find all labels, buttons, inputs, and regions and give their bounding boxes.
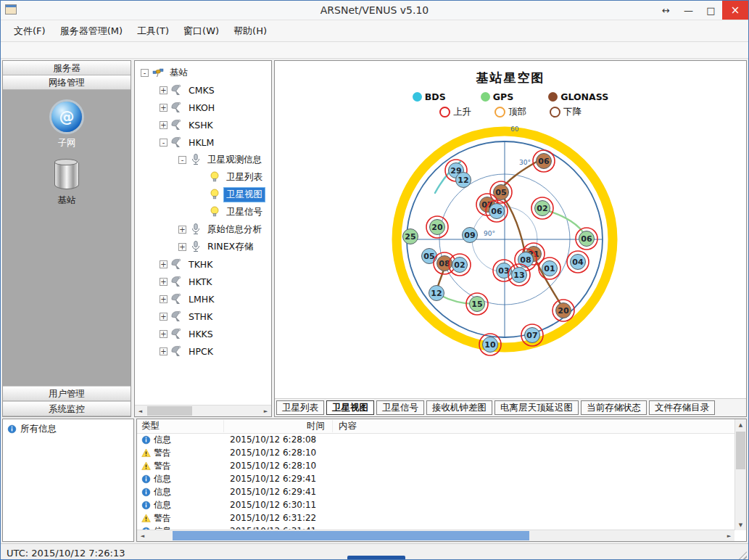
satellite-07-23[interactable]: 07 bbox=[521, 324, 543, 346]
scroll-up-arrow-icon[interactable]: ▲ bbox=[735, 419, 746, 430]
expand-plus-icon[interactable]: + bbox=[160, 104, 167, 112]
menu-item-server-mgmt[interactable]: 服务器管理(M) bbox=[53, 22, 130, 41]
tab-storage-status[interactable]: 当前存储状态 bbox=[581, 400, 647, 415]
expand-minus-icon[interactable]: - bbox=[160, 139, 167, 147]
window-minimize-button[interactable]: — bbox=[677, 1, 700, 20]
nav-section-servers[interactable]: 服务器 bbox=[3, 61, 131, 75]
tree-item-hklm[interactable]: -HKLM bbox=[136, 133, 270, 151]
log-column-content[interactable]: 内容 bbox=[333, 420, 734, 432]
window-arrange-button[interactable]: ↔ bbox=[655, 1, 677, 20]
tree-hscrollbar[interactable]: ◄ ► bbox=[135, 405, 271, 416]
expand-plus-icon[interactable]: + bbox=[160, 295, 167, 303]
satellite-13-19[interactable]: 13 bbox=[508, 264, 530, 286]
log-vscroll-track[interactable] bbox=[735, 430, 746, 519]
log-hscroll-thumb[interactable] bbox=[173, 531, 529, 540]
resize-grip[interactable] bbox=[737, 551, 747, 560]
nav-item-subnet[interactable]: @ 子网 bbox=[3, 97, 131, 154]
expander-spacer bbox=[197, 173, 205, 181]
title-bar[interactable]: ARSNet/VENUS v5.10 ↔—□× bbox=[1, 1, 748, 20]
tree-item-rinex[interactable]: +RINEX存储 bbox=[136, 238, 270, 255]
satellite-05-11[interactable]: 05 bbox=[422, 249, 437, 264]
tree-item-root[interactable]: -基站 bbox=[136, 64, 270, 81]
satellite-03-18[interactable]: 03 bbox=[493, 260, 515, 281]
log-column-type[interactable]: 类型 bbox=[137, 420, 224, 432]
tab-sat-view[interactable]: 卫星视图 bbox=[326, 400, 374, 415]
tab-receiver-clock[interactable]: 接收机钟差图 bbox=[426, 400, 492, 415]
log-hscroll-track[interactable] bbox=[148, 530, 724, 541]
satellite-01-17[interactable]: 01 bbox=[539, 258, 560, 279]
expand-plus-icon[interactable]: + bbox=[160, 260, 167, 268]
expander-spacer bbox=[197, 191, 205, 199]
tree-hscroll-track[interactable] bbox=[146, 405, 260, 416]
expand-plus-icon[interactable]: + bbox=[160, 121, 167, 129]
scroll-right-arrow-icon[interactable]: ► bbox=[260, 405, 271, 416]
nav-section-network[interactable]: 网络管理 bbox=[3, 75, 131, 90]
menu-item-tools[interactable]: 工具(T) bbox=[130, 22, 176, 41]
scroll-down-arrow-icon[interactable]: ▼ bbox=[735, 519, 746, 530]
expand-minus-icon[interactable]: - bbox=[178, 156, 186, 164]
nav-section-users[interactable]: 用户管理 bbox=[3, 386, 131, 401]
expand-plus-icon[interactable]: + bbox=[160, 330, 167, 338]
tree-item-obs-info[interactable]: -卫星观测信息 bbox=[136, 151, 270, 168]
satellite-06-10[interactable]: 06 bbox=[576, 228, 597, 250]
window-close-button[interactable]: × bbox=[722, 1, 748, 20]
tab-sat-list[interactable]: 卫星列表 bbox=[276, 400, 324, 415]
satellite-04-16[interactable]: 04 bbox=[567, 251, 589, 273]
scroll-left-arrow-icon[interactable]: ◄ bbox=[135, 405, 146, 416]
expand-plus-icon[interactable]: + bbox=[160, 347, 167, 355]
dish-icon bbox=[170, 101, 183, 114]
expand-plus-icon[interactable]: + bbox=[178, 226, 186, 234]
tree-item-raw-analysis[interactable]: +原始信息分析 bbox=[136, 221, 270, 238]
tree-item-kshk[interactable]: +KSHK bbox=[136, 116, 270, 133]
expand-minus-icon[interactable]: - bbox=[141, 69, 149, 77]
tree-hscroll-thumb[interactable] bbox=[147, 406, 192, 416]
log-time-cell: 2015/10/12 6:28:10 bbox=[224, 461, 333, 471]
satellite-20-22[interactable]: 20 bbox=[553, 300, 574, 321]
satellite-02-6[interactable]: 02 bbox=[531, 197, 553, 219]
menu-item-file[interactable]: 文件(F) bbox=[7, 22, 53, 41]
tab-iono-zenith-delay[interactable]: 电离层天顶延迟图 bbox=[494, 400, 579, 415]
tree-item-hkoh[interactable]: +HKOH bbox=[136, 99, 270, 116]
satellite-12-1[interactable]: 12 bbox=[456, 173, 471, 188]
nav-section-monitor[interactable]: 系统监控 bbox=[3, 401, 131, 416]
tab-storage-dir[interactable]: 文件存储目录 bbox=[649, 400, 715, 415]
satellite-09-9[interactable]: 09 bbox=[463, 228, 478, 243]
expand-plus-icon[interactable]: + bbox=[178, 243, 186, 251]
tree-item-hktk[interactable]: +HKTK bbox=[136, 273, 270, 290]
satellite-06-2[interactable]: 06 bbox=[533, 150, 555, 172]
menu-item-window[interactable]: 窗口(W) bbox=[176, 22, 226, 41]
satellite-12-20[interactable]: 12 bbox=[429, 286, 444, 301]
window-maximize-button[interactable]: □ bbox=[700, 1, 722, 20]
expand-plus-icon[interactable]: + bbox=[160, 278, 167, 286]
satellite-10-24[interactable]: 10 bbox=[479, 334, 501, 355]
log-vscrollbar[interactable]: ▲ ▼ bbox=[734, 419, 746, 530]
dish-icon bbox=[170, 83, 183, 96]
tree-item-tkhk[interactable]: +TKHK bbox=[136, 255, 270, 273]
satellite-20-7[interactable]: 20 bbox=[426, 216, 448, 238]
scroll-right-arrow-icon[interactable]: ► bbox=[724, 530, 734, 541]
tab-sat-signal[interactable]: 卫星信号 bbox=[376, 400, 424, 415]
satellite-02-13[interactable]: 02 bbox=[449, 254, 471, 276]
expand-plus-icon[interactable]: + bbox=[160, 86, 167, 94]
expand-plus-icon[interactable]: + bbox=[160, 313, 167, 321]
tree-item-sat-view[interactable]: 卫星视图 bbox=[136, 186, 270, 203]
nav-item-basestation[interactable]: 基站 bbox=[3, 154, 131, 211]
satellite-25-8[interactable]: 25 bbox=[403, 229, 418, 244]
tree-item-cmks[interactable]: +CMKS bbox=[136, 81, 270, 99]
status-utc-time: UTC: 2015/10/12 7:26:13 bbox=[7, 548, 125, 559]
tree-item-all-messages[interactable]: 所有信息 bbox=[7, 423, 129, 435]
tree-item-sat-signal[interactable]: 卫星信号 bbox=[136, 203, 270, 221]
log-vscroll-thumb[interactable] bbox=[736, 432, 745, 469]
log-hscrollbar[interactable]: ◄ ► bbox=[137, 530, 734, 541]
tree-item-hkks[interactable]: +HKKS bbox=[136, 325, 270, 342]
satellite-15-21[interactable]: 15 bbox=[466, 293, 488, 315]
tree-item-hpck[interactable]: +HPCK bbox=[136, 342, 270, 360]
scroll-left-arrow-icon[interactable]: ◄ bbox=[137, 530, 148, 541]
tree-item-sat-list[interactable]: 卫星列表 bbox=[136, 168, 270, 186]
log-column-time[interactable]: 时间 bbox=[224, 420, 333, 432]
tree-item-sthk[interactable]: +STHK bbox=[136, 308, 270, 325]
menu-item-help[interactable]: 帮助(H) bbox=[226, 22, 274, 41]
tree-item-lmhk[interactable]: +LMHK bbox=[136, 290, 270, 308]
satellite-06-5[interactable]: 06 bbox=[486, 200, 508, 222]
legend-label: GPS bbox=[493, 91, 513, 102]
